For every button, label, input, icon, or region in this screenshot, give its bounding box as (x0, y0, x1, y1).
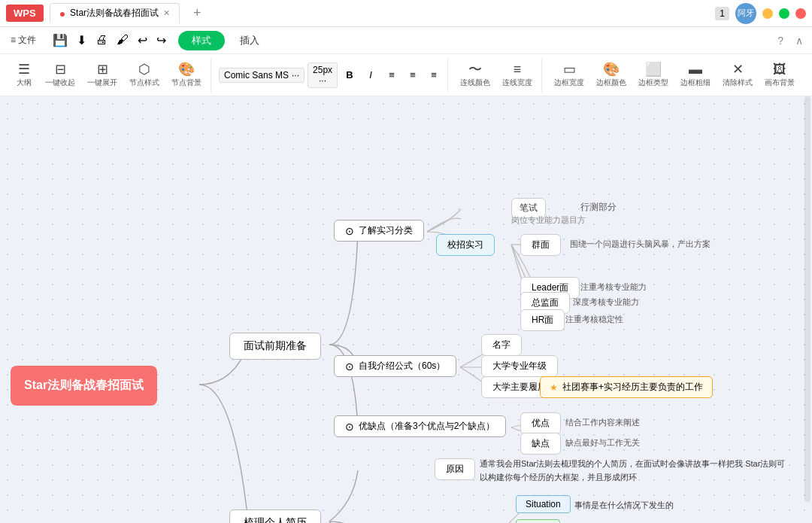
qunmian-node[interactable]: 群面 (520, 234, 561, 256)
border-color-icon: 🎨 (603, 62, 620, 76)
adv-node[interactable]: 优点 (520, 412, 561, 434)
mainexp-highlight-box[interactable]: ★ 社团赛事+实习经历主要负责的工作 (540, 376, 713, 398)
cat3-label: 优缺点（准备3个优点与2个缺点） (359, 420, 495, 433)
node-bg-button[interactable]: 🎨 节点背景 (167, 60, 206, 90)
align-center-button[interactable]: ≡ (404, 66, 422, 84)
clear-style-icon: ✕ (732, 62, 744, 76)
tab-close-btn[interactable]: ✕ (163, 8, 170, 18)
cat1-label: 了解实习分类 (359, 224, 413, 237)
tab-label: Star法则备战春招面试 (70, 7, 159, 20)
cat3-icon: ⊙ (345, 421, 354, 433)
outline-button[interactable]: ☰ 大纲 (11, 60, 38, 90)
branch2-node[interactable]: 梳理个人简历 (229, 509, 321, 523)
task-desc: 你是如何明确任务的 (568, 519, 649, 523)
cat2-icon: ⊙ (345, 360, 354, 372)
cat2-label: 自我介绍公式（60s） (359, 360, 445, 372)
hr-detail: 注重考核稳定性 (558, 309, 623, 330)
align-left-button[interactable]: ≡ (383, 66, 401, 84)
name-node[interactable]: 名字 (481, 334, 522, 356)
reason-detail: 通常我会用Star法则去梳理我的个人简历，在面试时会像讲故事一样把我 Star法… (472, 454, 795, 488)
cat3-node[interactable]: ⊙ 优缺点（准备3个优点与2个缺点） (334, 415, 506, 437)
adv-detail: 结合工作内容来阐述 (558, 412, 640, 433)
task-node[interactable]: Task (516, 519, 560, 523)
node-style-button[interactable]: ⬡ 节点样式 (125, 60, 164, 90)
format-painter-icon[interactable]: 🖌 (114, 32, 132, 49)
branch2-label: 梳理个人简历 (244, 516, 307, 523)
view-tools: ☰ 大纲 ⊟ 一键收起 ⊞ 一键展开 ⬡ 节点样式 🎨 节点背景 (6, 59, 211, 92)
title-bar: WPS ● Star法则备战春招面试 ✕ + 1 阿牙 (0, 0, 812, 27)
mainexp-highlight-text: 社团赛事+实习经历主要负责的工作 (562, 381, 703, 394)
collapse-icon: ⊟ (55, 62, 66, 76)
branch1-label: 面试前期准备 (244, 339, 307, 353)
maximize-button[interactable] (779, 8, 789, 19)
star-icon-mainexp: ★ (550, 382, 558, 393)
border-width-icon: ▭ (563, 62, 576, 76)
xiaozhao-label: 校招实习 (447, 239, 483, 251)
border-tools: ▭ 边框宽度 🎨 边框颜色 ⬜ 边框类型 ▬ 边框粗细 ✕ 清除样式 🖼 画布背… (545, 59, 804, 92)
border-thickness-button[interactable]: ▬ 边框粗细 (676, 60, 715, 90)
university-node[interactable]: 大学专业年级 (481, 355, 558, 377)
canvas[interactable]: Star法则备战春招面试 面试前期准备 梳理个人简历 ⊙ 了解实习分类 ⊙ 自我… (0, 96, 812, 523)
help-button[interactable]: ? (777, 35, 783, 47)
vertical-scrollbar[interactable] (804, 96, 810, 502)
wps-button[interactable]: WPS (6, 5, 44, 22)
line-width-icon: ≡ (514, 62, 522, 76)
style-button[interactable]: 样式 (178, 31, 225, 50)
add-tab-button[interactable]: + (186, 2, 209, 24)
font-selector[interactable]: Comic Sans MS ··· (219, 68, 304, 83)
gangwei-detail: 岗位专业能力题目方 (511, 214, 586, 226)
situation-desc: 事情是在什么情况下发生的 (568, 495, 674, 515)
collapse-all-button[interactable]: ⊟ 一键收起 (41, 60, 80, 90)
cat2-node[interactable]: ⊙ 自我介绍公式（60s） (334, 355, 456, 377)
line-color-icon: 〜 (468, 62, 482, 76)
branch1-node[interactable]: 面试前期准备 (229, 333, 321, 360)
qunmian-detail: 围绕一个问题进行头脑风暴，产出方案 (564, 234, 710, 254)
undo-icon[interactable]: ↩ (135, 32, 150, 49)
situation-node[interactable]: Situation (516, 495, 571, 513)
situation-label: Situation (526, 499, 561, 509)
main-canvas-area: Star法则备战春招面试 面试前期准备 梳理个人简历 ⊙ 了解实习分类 ⊙ 自我… (0, 96, 812, 523)
download-icon[interactable]: ⬇ (74, 32, 89, 49)
canvas-bg-button[interactable]: 🖼 画布背景 (760, 60, 799, 90)
print-icon[interactable]: 🖨 (92, 32, 111, 49)
redo-icon[interactable]: ↪ (153, 32, 169, 49)
clear-style-button[interactable]: ✕ 清除样式 (718, 60, 757, 90)
line-width-button[interactable]: ≡ 连线宽度 (498, 60, 537, 90)
expand-icon: ⊞ (97, 62, 108, 76)
font-size-input[interactable]: 25px ··· (308, 62, 338, 88)
page-number: 1 (715, 7, 729, 20)
cat1-node[interactable]: ⊙ 了解实习分类 (334, 220, 424, 242)
menu-bar: ≡ 文件 💾 ⬇ 🖨 🖌 ↩ ↪ 样式 插入 ? ∧ (0, 27, 812, 54)
border-type-button[interactable]: ⬜ 边框类型 (634, 60, 673, 90)
font-size-dropdown-icon: ··· (319, 75, 326, 86)
central-node[interactable]: Star法则备战春招面试 (11, 366, 157, 406)
line-color-button[interactable]: 〜 连线颜色 (456, 60, 495, 90)
font-dropdown-icon: ··· (292, 70, 299, 81)
align-right-button[interactable]: ≡ (425, 66, 443, 84)
active-tab[interactable]: ● Star法则备战春招面试 ✕ (50, 3, 180, 23)
italic-button[interactable]: I (362, 66, 380, 84)
dis-node[interactable]: 缺点 (520, 433, 561, 455)
border-color-button[interactable]: 🎨 边框颜色 (592, 60, 631, 90)
user-label: 阿牙 (738, 8, 754, 19)
file-menu[interactable]: ≡ 文件 (6, 31, 41, 50)
central-node-text: Star法则备战春招面试 (24, 379, 144, 391)
insert-menu[interactable]: 插入 (234, 31, 265, 50)
border-width-button[interactable]: ▭ 边框宽度 (550, 60, 589, 90)
border-thickness-icon: ▬ (689, 62, 702, 76)
user-avatar: 阿牙 (735, 3, 756, 24)
outline-icon: ☰ (18, 62, 30, 76)
cat1-icon: ⊙ (345, 225, 354, 237)
close-button[interactable] (795, 8, 806, 19)
minimize-button[interactable] (762, 8, 773, 19)
save-icon[interactable]: 💾 (50, 32, 71, 49)
border-type-icon: ⬜ (645, 62, 662, 76)
xiaozhao-node[interactable]: 校招实习 (436, 234, 495, 256)
reason-node[interactable]: 原因 (435, 458, 475, 480)
bold-button[interactable]: B (341, 66, 359, 84)
dis-detail: 缺点最好与工作无关 (558, 433, 640, 453)
node-style-icon: ⬡ (138, 62, 150, 76)
expand-all-button[interactable]: ⊞ 一键展开 (83, 60, 122, 90)
collapse-menu-button[interactable]: ∧ (792, 35, 806, 47)
canvas-bg-icon: 🖼 (773, 62, 786, 76)
